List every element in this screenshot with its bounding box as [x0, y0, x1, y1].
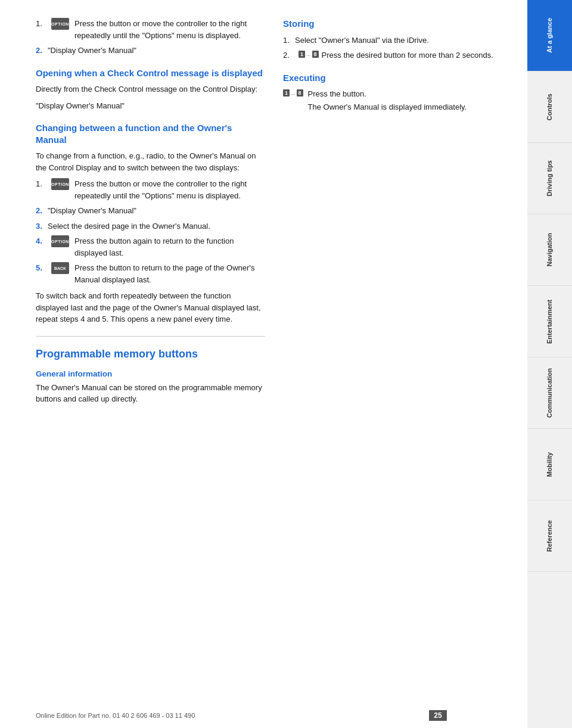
change-step-2-item: 2. "Display Owner's Manual"	[36, 205, 265, 217]
storing-heading: Storing	[283, 18, 509, 30]
sidebar-item-mobility[interactable]: Mobility	[527, 429, 572, 500]
storing-step-2: 2. 1 ... 8 Press the desired button for …	[283, 49, 509, 61]
changing-body: To change from a function, e.g., radio, …	[36, 150, 265, 173]
back-button-icon: BACK	[51, 262, 69, 274]
storing-step-number-2: 2.	[283, 49, 295, 61]
sidebar-label-entertainment: Entertainment	[546, 300, 554, 344]
step-2-item: 2. "Display Owner's Manual"	[36, 45, 265, 57]
general-info-heading: General information	[36, 369, 265, 378]
sidebar-label-mobility: Mobility	[546, 452, 554, 477]
section-divider	[36, 336, 265, 337]
changing-heading: Changing between a function and the Owne…	[36, 122, 265, 145]
sidebar: At a glance Controls Driving tips Naviga…	[527, 0, 572, 728]
sidebar-item-driving-tips[interactable]: Driving tips	[527, 143, 572, 214]
step-1-text: Press the button or move the controller …	[74, 18, 265, 41]
executing-text-block: Press the button. The Owner's Manual is …	[308, 88, 467, 117]
sidebar-label-reference: Reference	[546, 520, 554, 552]
sidebar-item-reference[interactable]: Reference	[527, 500, 572, 572]
option-button-icon-3: OPTION	[51, 235, 69, 247]
sidebar-label-communication: Communication	[546, 368, 554, 418]
opening-heading: Opening when a Check Control message is …	[36, 67, 265, 79]
sidebar-label-controls: Controls	[546, 94, 554, 120]
page-number: 25	[429, 710, 447, 721]
opening-quote: "Display Owner's Manual"	[36, 100, 265, 112]
programmable-heading: Programmable memory buttons	[36, 347, 265, 361]
change-step-1-text: Press the button or move the controller …	[74, 178, 265, 201]
change-step-3-item: 3. Select the desired page in the Owner'…	[36, 220, 265, 232]
change-step-2-text: "Display Owner's Manual"	[48, 205, 265, 217]
step-number-1: 1.	[36, 18, 48, 30]
sidebar-item-at-a-glance[interactable]: At a glance	[527, 0, 572, 71]
change-step-number-5: 5.	[36, 262, 48, 274]
option-button-icon-2: OPTION	[51, 178, 69, 190]
footer-text: Online Edition for Part no. 01 40 2 606 …	[36, 712, 195, 719]
executing-step-1: Press the button.	[308, 88, 467, 100]
change-step-number-4: 4.	[36, 235, 48, 247]
step-2-text: "Display Owner's Manual"	[48, 45, 265, 57]
change-step-4-text: Press the button again to return to the …	[74, 235, 265, 259]
storing-step-1-text: Select "Owner's Manual" via the iDrive.	[295, 35, 509, 46]
change-step-5-text: Press the button to return to the page o…	[74, 262, 265, 285]
left-column: 1. OPTION Press the button or move the c…	[36, 18, 265, 710]
step-1-item: 1. OPTION Press the button or move the c…	[36, 18, 265, 41]
executing-step-2: The Owner's Manual is displayed immediat…	[308, 101, 467, 113]
storing-step-2-text: Press the desired button for more than 2…	[322, 49, 509, 61]
switching-note: To switch back and forth repeatedly betw…	[36, 290, 265, 325]
sidebar-item-entertainment[interactable]: Entertainment	[527, 286, 572, 357]
storing-step-1: 1. Select "Owner's Manual" via the iDriv…	[283, 35, 509, 46]
change-step-4-item: 4. OPTION Press the button again to retu…	[36, 235, 265, 259]
sidebar-label-at-a-glance: At a glance	[546, 18, 554, 53]
sidebar-item-navigation[interactable]: Navigation	[527, 214, 572, 286]
change-step-3-text: Select the desired page in the Owner's M…	[48, 220, 265, 232]
sidebar-label-driving-tips: Driving tips	[546, 160, 554, 197]
right-column: Storing 1. Select "Owner's Manual" via t…	[283, 18, 509, 710]
general-info-body: The Owner's Manual can be stored on the …	[36, 382, 265, 405]
opening-body: Directly from the Check Control message …	[36, 83, 265, 95]
sidebar-label-navigation: Navigation	[546, 233, 554, 266]
option-button-icon: OPTION	[51, 18, 69, 30]
change-step-5-item: 5. BACK Press the button to return to th…	[36, 262, 265, 285]
change-step-1-item: 1. OPTION Press the button or move the c…	[36, 178, 265, 201]
change-step-number-1: 1.	[36, 178, 48, 190]
change-step-number-3: 3.	[36, 220, 48, 232]
memory-button-icon: 1 ... 8	[299, 51, 319, 58]
sidebar-item-controls[interactable]: Controls	[527, 71, 572, 143]
page-footer: Online Edition for Part no. 01 40 2 606 …	[0, 710, 483, 721]
step-number-2: 2.	[36, 45, 48, 57]
page-container: 1. OPTION Press the button or move the c…	[0, 0, 572, 728]
sidebar-item-communication[interactable]: Communication	[527, 357, 572, 429]
executing-icon-stack: 1 ... 8	[283, 89, 303, 98]
storing-step-number-1: 1.	[283, 35, 295, 46]
executing-heading: Executing	[283, 72, 509, 84]
executing-item: 1 ... 8 Press the button. The Owner's Ma…	[283, 88, 509, 117]
change-step-number-2: 2.	[36, 205, 48, 217]
main-content: 1. OPTION Press the button or move the c…	[0, 0, 527, 728]
